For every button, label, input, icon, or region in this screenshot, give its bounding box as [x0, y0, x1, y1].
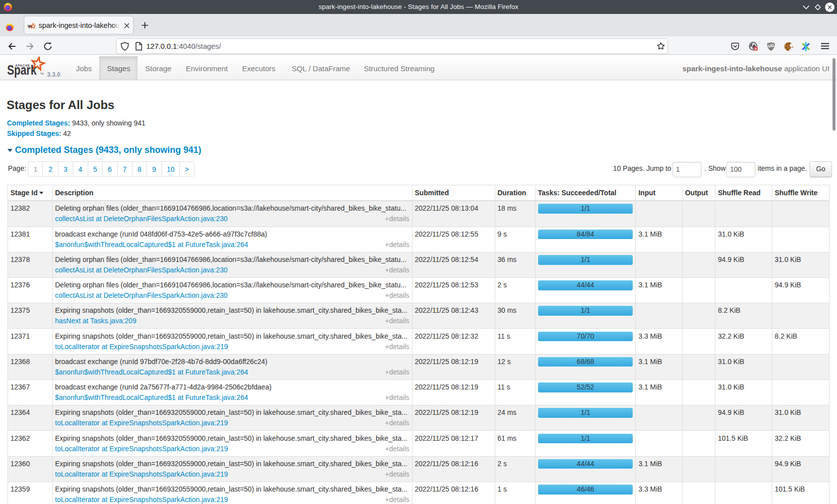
svg-text:TM: TM — [40, 72, 44, 75]
svg-text:Spark: Spark — [7, 63, 37, 78]
